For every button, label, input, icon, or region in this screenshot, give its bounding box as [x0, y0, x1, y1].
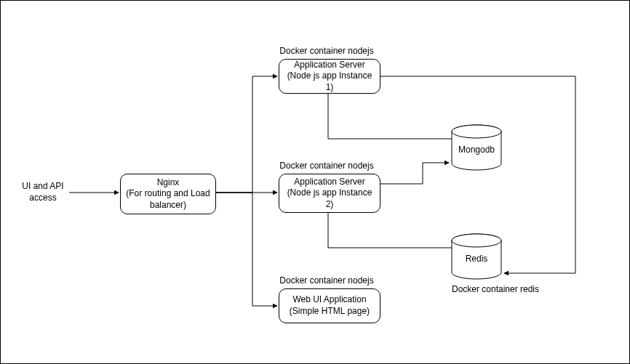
app1-subtitle: (Node js app Instance 1) [282, 70, 377, 93]
svg-point-3 [452, 125, 501, 138]
app1-caption: Docker container nodejs [268, 46, 385, 57]
nginx-subtitle: (For routing and Load balancer) [126, 188, 210, 211]
webui-title: Web UI Application [290, 294, 370, 306]
svg-point-4 [452, 234, 501, 247]
app2-node: Application Server (Node js app Instance… [279, 174, 380, 213]
svg-point-5 [452, 234, 501, 247]
mongodb-node: Mongodb [450, 124, 503, 171]
svg-point-2 [452, 125, 501, 138]
entry-label: UI and API access [17, 181, 69, 203]
app2-caption: Docker container nodejs [268, 161, 385, 172]
app1-node: Application Server (Node js app Instance… [279, 59, 380, 94]
nginx-title: Nginx [126, 177, 210, 189]
mongodb-label: Mongodb [450, 145, 503, 155]
webui-subtitle: (Simple HTML page) [290, 306, 370, 318]
app1-title: Application Server [282, 60, 377, 71]
webui-node: Web UI Application (Simple HTML page) [279, 288, 380, 323]
webui-caption: Docker container nodejs [268, 275, 385, 287]
redis-label: Redis [450, 254, 503, 264]
redis-node: Redis [450, 233, 503, 280]
app2-subtitle: (Node js app Instance 2) [282, 187, 377, 210]
nginx-node: Nginx (For routing and Load balancer) [120, 174, 216, 214]
redis-caption: Docker container redis [437, 284, 554, 296]
architecture-diagram: UI and API access Nginx (For routing and… [0, 0, 630, 364]
app2-title: Application Server [282, 177, 377, 188]
